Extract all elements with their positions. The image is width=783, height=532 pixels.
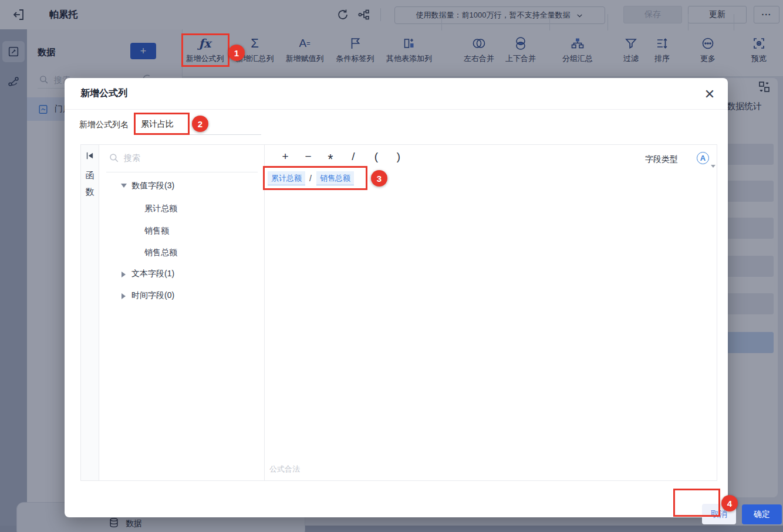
field-type-caret-icon[interactable]: [711, 165, 716, 168]
tree-field-cumulative-total[interactable]: 累计总额: [144, 204, 177, 214]
tree-field-sales[interactable]: 销售额: [144, 226, 169, 236]
caret-expanded-icon[interactable]: [121, 184, 127, 188]
field-type-label: 字段类型: [645, 154, 678, 165]
annotation-box-step3: [263, 166, 367, 190]
operator-open-paren[interactable]: (: [374, 150, 378, 163]
annotation-box-step4: [673, 489, 720, 517]
annotation-badge-step4: 4: [721, 495, 738, 511]
operator-minus[interactable]: −: [305, 150, 311, 163]
modal-header-divider: [65, 109, 728, 110]
fields-panel: 搜索 数值字段(3) 累计总额 销售额 销售总额 文本字段(1) 时间字段(0): [99, 145, 265, 480]
app-root: 帕累托 使用数据量：前1000万行，暂不支持全量数据 保存 更新 ··· ƒx …: [0, 0, 783, 532]
tree-group-time[interactable]: 时间字段(0): [131, 290, 174, 301]
confirm-button[interactable]: 确定: [742, 504, 782, 524]
operator-divide[interactable]: /: [352, 150, 355, 163]
operator-plus[interactable]: +: [282, 150, 288, 163]
tree-group-text[interactable]: 文本字段(1): [131, 269, 174, 279]
operator-close-paren[interactable]: ): [397, 150, 400, 163]
functions-tab[interactable]: 函数: [85, 167, 95, 200]
formula-name-label: 新增公式列名: [79, 120, 129, 130]
caret-collapsed-icon[interactable]: [122, 272, 126, 277]
operator-multiply[interactable]: *: [328, 152, 333, 168]
formula-valid-status: 公式合法: [269, 464, 300, 475]
tree-group-numeric[interactable]: 数值字段(3): [131, 181, 174, 191]
annotation-badge-step2: 2: [192, 116, 208, 132]
tree-field-sales-total[interactable]: 销售总额: [144, 248, 177, 258]
modal-title: 新增公式列: [80, 87, 127, 100]
caret-collapsed-icon[interactable]: [122, 293, 126, 299]
formula-editor-panel: 函数 搜索 数值字段(3) 累计总额 销售额 销售总额 文本字段(1) 时间字段…: [80, 144, 717, 481]
formula-area[interactable]: + − * / ( ) 字段类型 A 累计总额 / 销售总额 公式合法: [265, 145, 717, 480]
search-icon: [109, 153, 119, 163]
fields-search-underline: [106, 172, 258, 172]
field-type-toggle[interactable]: A: [697, 152, 709, 164]
expand-panel-icon[interactable]: [85, 151, 95, 161]
annotation-box-step1: [181, 33, 230, 67]
annotation-badge-step3: 3: [371, 170, 387, 187]
add-formula-column-modal: 新增公式列 ✕ 新增公式列名 累计占比 函数 搜索 数值: [65, 78, 728, 517]
close-icon[interactable]: ✕: [700, 85, 719, 104]
fields-search-input[interactable]: 搜索: [124, 153, 140, 164]
annotation-box-step2: [134, 113, 190, 135]
annotation-badge-step1: 1: [228, 45, 245, 61]
